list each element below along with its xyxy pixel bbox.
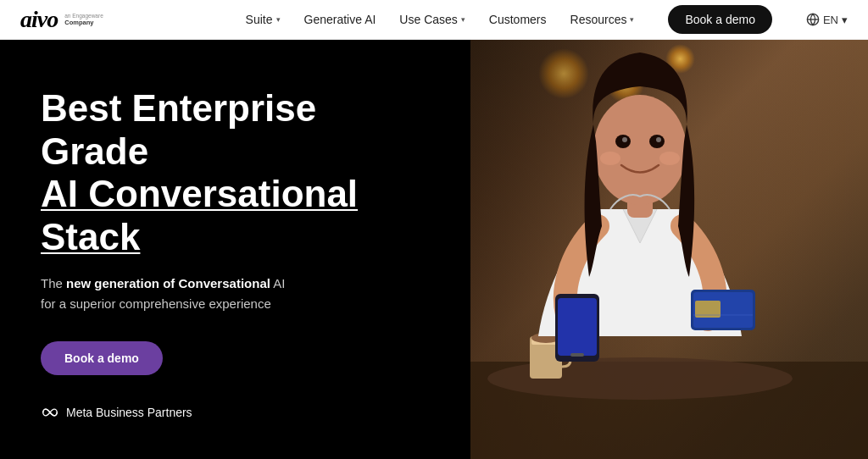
nav-lang-item[interactable]: EN ▾ [796, 13, 848, 26]
book-demo-hero-button[interactable]: Book a demo [41, 341, 163, 375]
hero-right-panel [470, 40, 868, 459]
nav-item-suite[interactable]: Suite ▾ [246, 13, 281, 26]
nav-item-resources[interactable]: Resources ▾ [570, 13, 635, 26]
nav-item-customers[interactable]: Customers [489, 13, 547, 26]
hero-title: Best Enterprise Grade AI Conversational … [41, 87, 430, 258]
svg-rect-8 [558, 298, 597, 356]
nav-item-use-cases[interactable]: Use Cases ▾ [399, 13, 465, 26]
globe-icon [806, 13, 820, 26]
hero-left-panel: Best Enterprise Grade AI Conversational … [0, 40, 470, 459]
svg-point-20 [600, 152, 620, 165]
logo-wordmark: aivo [20, 6, 58, 33]
svg-point-18 [622, 137, 627, 142]
nav-cta-item[interactable]: Book a demo [658, 5, 772, 34]
meta-label: Meta Business Partners [66, 406, 192, 419]
nav-links: Suite ▾ Generative AI Use Cases ▾ Custom… [246, 5, 848, 34]
hero-image [470, 40, 868, 459]
svg-point-19 [656, 137, 661, 142]
chevron-down-icon: ▾ [630, 15, 634, 24]
meta-badge: Meta Business Partners [41, 406, 430, 419]
chevron-down-icon: ▾ [842, 14, 848, 26]
chevron-down-icon: ▾ [276, 15, 281, 24]
nav-item-generative-ai[interactable]: Generative AI [304, 13, 376, 26]
svg-point-15 [593, 95, 687, 205]
language-selector[interactable]: EN ▾ [806, 13, 848, 26]
book-demo-nav-button[interactable]: Book a demo [668, 5, 772, 34]
person-illustration [470, 40, 868, 459]
logo[interactable]: aivo an Engageware Company [20, 6, 103, 33]
meta-icon [41, 406, 59, 418]
hero-section: Best Enterprise Grade AI Conversational … [0, 40, 868, 459]
chevron-down-icon: ▾ [461, 15, 465, 24]
navbar: aivo an Engageware Company Suite ▾ Gener… [0, 0, 868, 40]
logo-tagline: an Engageware Company [64, 13, 103, 27]
hero-subtitle: The new generation of Conversational AI … [41, 274, 295, 314]
svg-point-21 [659, 152, 680, 165]
lang-label: EN [823, 14, 838, 26]
svg-rect-9 [570, 353, 584, 357]
